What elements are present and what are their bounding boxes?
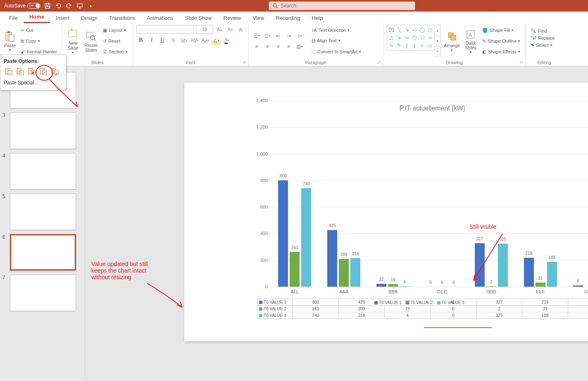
paste-use-destination-theme[interactable]: a xyxy=(4,67,14,77)
tab-help[interactable]: Help xyxy=(306,13,329,23)
clear-formatting-icon[interactable]: A̶ xyxy=(236,25,245,34)
align-left-button[interactable]: ≡ xyxy=(252,42,261,51)
tab-file[interactable]: File xyxy=(3,13,24,23)
shapes-gallery-scroll[interactable]: ▴▾≡ xyxy=(435,25,440,57)
layout-button[interactable]: ▦Layout ▾ xyxy=(101,27,129,34)
drawing-launcher[interactable]: ⤢ xyxy=(519,60,524,64)
redo-icon[interactable] xyxy=(65,2,73,10)
increase-indent-button[interactable]: ⇥ xyxy=(284,31,293,40)
star-shape-icon[interactable]: ☆ xyxy=(419,42,426,49)
font-launcher[interactable]: ⤢ xyxy=(243,60,247,64)
paste-embed[interactable] xyxy=(27,67,37,77)
bullets-button[interactable]: ☰▾ xyxy=(252,31,261,40)
change-case-button[interactable]: Aa▾ xyxy=(201,36,210,45)
paragraph-launcher[interactable]: ⤢ xyxy=(377,60,381,64)
slide-thumb-4[interactable] xyxy=(10,153,76,189)
reuse-slides-button[interactable]: ReuseSlides xyxy=(83,25,99,57)
autosave-toggle[interactable]: AutoSave Off xyxy=(4,3,40,9)
shape-fill-button[interactable]: 🪣Shape Fill ▾ xyxy=(481,27,522,34)
present-from-beginning-icon[interactable] xyxy=(76,2,83,10)
line-spacing-button[interactable]: ↕▾ xyxy=(295,31,304,40)
action-shape-icon[interactable]: ◇ xyxy=(426,42,433,49)
font-color-button[interactable]: A▾ xyxy=(222,36,231,45)
increase-font-icon[interactable]: A▴ xyxy=(215,25,224,34)
shapes-gallery[interactable]: A ╲ ↘ ▭ ◯ ▢ △ ↳ ⇨ ⬡ ⬠ ⇦ ∿ ✎ { } ☆ xyxy=(387,25,435,50)
arrange-button[interactable]: Arrange▾ xyxy=(443,25,461,57)
search-input[interactable] xyxy=(281,3,396,9)
tab-slide-show[interactable]: Slide Show xyxy=(179,13,217,23)
save-icon[interactable] xyxy=(44,2,51,10)
paste-special-menu-item[interactable]: Paste Special... xyxy=(4,79,62,86)
rounded-rect-shape-icon[interactable]: ▢ xyxy=(426,26,433,33)
convert-smartart-button[interactable]: ⬚Convert to SmartArt ▾ xyxy=(310,48,363,55)
paste-button[interactable]: Paste ▾ xyxy=(3,25,17,57)
align-text-button[interactable]: ⊟Align Text ▾ xyxy=(310,37,363,44)
callout-shape-icon[interactable]: ⬠ xyxy=(419,34,426,41)
char-spacing-button[interactable]: AV▾ xyxy=(190,36,199,45)
slide-thumb-7[interactable] xyxy=(10,275,76,311)
shape-effects-button[interactable]: ◐Shape Effects ▾ xyxy=(481,48,522,55)
tab-recording[interactable]: Recording xyxy=(270,13,306,23)
chart-object[interactable]: P.IT actuellement [kW] 02004006008001,00… xyxy=(242,97,588,321)
oval-shape-icon[interactable]: ◯ xyxy=(419,26,426,33)
replace-button[interactable]: ᵇ⇄Replace xyxy=(529,34,559,41)
numbering-button[interactable]: ☲▾ xyxy=(263,31,272,40)
paste-as-picture[interactable] xyxy=(50,67,60,77)
tab-design[interactable]: Design xyxy=(75,13,103,23)
hexagon-shape-icon[interactable]: ⬡ xyxy=(411,34,418,41)
format-painter-button[interactable]: 🖌Format Painter xyxy=(19,48,59,55)
paste-keep-source-format[interactable] xyxy=(15,67,25,77)
align-right-button[interactable]: ≡ xyxy=(274,42,283,51)
tab-home[interactable]: Home xyxy=(24,12,50,23)
columns-button[interactable]: ▥▾ xyxy=(295,42,304,51)
rectangle-shape-icon[interactable]: ▭ xyxy=(411,26,418,33)
decrease-font-icon[interactable]: A▾ xyxy=(226,25,235,34)
triangle-shape-icon[interactable]: △ xyxy=(388,34,395,41)
font-name-selector[interactable] xyxy=(136,25,194,34)
shadow-button[interactable]: S xyxy=(169,36,178,45)
qat-customize-icon[interactable]: ▾ xyxy=(87,2,94,10)
find-button[interactable]: 🔍Find xyxy=(529,27,559,34)
slide-thumb-3[interactable] xyxy=(10,113,76,149)
new-slide-button[interactable]: + NewSlide▾ xyxy=(65,25,81,57)
reset-button[interactable]: ↺Reset xyxy=(101,38,129,45)
arrow-shape-icon[interactable]: ⇨ xyxy=(403,34,410,41)
italic-button[interactable]: I xyxy=(147,36,156,45)
slide-thumb-5[interactable] xyxy=(10,194,76,230)
arrow-left-shape-icon[interactable]: ⇦ xyxy=(426,34,433,41)
select-button[interactable]: ⬉Select ▾ xyxy=(529,41,559,48)
slide-canvas[interactable]: P.IT actuellement [kW] 02004006008001,00… xyxy=(184,83,588,341)
brace-r-shape-icon[interactable]: } xyxy=(411,42,418,49)
slide-thumb-6[interactable] xyxy=(10,234,76,271)
tab-transitions[interactable]: Transitions xyxy=(103,13,141,23)
tab-review[interactable]: Review xyxy=(218,13,247,23)
strikethrough-button[interactable]: ab xyxy=(179,36,188,45)
cut-button[interactable]: ✂Cut xyxy=(19,27,59,34)
line-arrow-shape-icon[interactable]: ↘ xyxy=(403,26,410,33)
quick-styles-button[interactable]: A QuickStyles▾ xyxy=(463,25,478,57)
slide-canvas-area[interactable]: P.IT actuellement [kW] 02004006008001,00… xyxy=(85,66,588,381)
underline-button[interactable]: U xyxy=(158,36,167,45)
decrease-indent-button[interactable]: ⇤ xyxy=(274,31,283,40)
text-direction-button[interactable]: ↕AText Direction ▾ xyxy=(310,27,363,34)
bold-button[interactable]: B xyxy=(136,36,145,45)
slide-thumbnail-panel[interactable]: 234567 xyxy=(0,66,85,381)
section-button[interactable]: ☰Section ▾ xyxy=(101,48,129,55)
textbox-shape-icon[interactable]: A xyxy=(389,28,394,32)
tab-animations[interactable]: Animations xyxy=(141,13,179,23)
curve-shape-icon[interactable]: ∿ xyxy=(388,42,395,49)
copy-button[interactable]: ⧉Copy ▾ xyxy=(19,38,59,45)
line-shape-icon[interactable]: ╲ xyxy=(396,26,403,33)
highlight-button[interactable]: ∠▾ xyxy=(212,36,221,45)
undo-icon[interactable] xyxy=(55,2,62,10)
freeform-shape-icon[interactable]: ✎ xyxy=(396,42,403,49)
shape-outline-button[interactable]: ✎Shape Outline ▾ xyxy=(481,38,522,45)
paste-link-data[interactable] xyxy=(38,67,48,77)
tab-view[interactable]: View xyxy=(247,13,270,23)
font-size-selector[interactable] xyxy=(196,25,213,34)
tab-insert[interactable]: Insert xyxy=(50,13,75,23)
search-box[interactable] xyxy=(269,1,415,10)
align-center-button[interactable]: ≡ xyxy=(263,42,272,51)
connector-shape-icon[interactable]: ↳ xyxy=(396,34,403,41)
justify-button[interactable]: ≡ xyxy=(284,42,293,51)
